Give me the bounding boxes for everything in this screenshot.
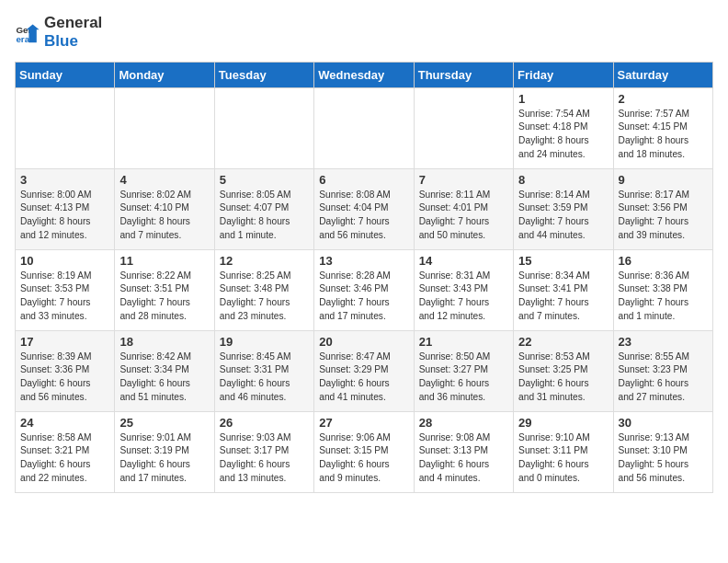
day-number: 11 <box>119 254 209 268</box>
day-info: Sunrise: 8:45 AM Sunset: 3:31 PM Dayligh… <box>220 350 309 405</box>
calendar-day-cell: 9Sunrise: 8:17 AM Sunset: 3:56 PM Daylig… <box>613 168 712 249</box>
calendar-header-row: SundayMondayTuesdayWednesdayThursdayFrid… <box>16 62 713 87</box>
day-number: 9 <box>619 173 708 187</box>
day-number: 21 <box>419 335 508 349</box>
calendar-day-cell: 24Sunrise: 8:58 AM Sunset: 3:21 PM Dayli… <box>16 411 115 492</box>
day-info: Sunrise: 8:08 AM Sunset: 4:04 PM Dayligh… <box>319 189 408 243</box>
day-info: Sunrise: 8:50 AM Sunset: 3:27 PM Dayligh… <box>419 350 508 405</box>
day-info: Sunrise: 9:13 AM Sunset: 3:10 PM Dayligh… <box>619 431 708 486</box>
calendar-day-cell: 25Sunrise: 9:01 AM Sunset: 3:19 PM Dayli… <box>115 411 214 492</box>
day-info: Sunrise: 8:28 AM Sunset: 3:46 PM Dayligh… <box>319 270 408 324</box>
calendar-day-cell: 13Sunrise: 8:28 AM Sunset: 3:46 PM Dayli… <box>314 249 414 330</box>
day-info: Sunrise: 8:34 AM Sunset: 3:41 PM Dayligh… <box>518 270 608 324</box>
calendar-day-cell: 6Sunrise: 8:08 AM Sunset: 4:04 PM Daylig… <box>314 168 414 249</box>
header: Gen eral General Blue <box>15 15 713 51</box>
day-number: 7 <box>419 173 508 187</box>
calendar-day-cell: 29Sunrise: 9:10 AM Sunset: 3:11 PM Dayli… <box>514 411 613 492</box>
calendar-day-cell: 7Sunrise: 8:11 AM Sunset: 4:01 PM Daylig… <box>414 168 513 249</box>
calendar-day-cell: 10Sunrise: 8:19 AM Sunset: 3:53 PM Dayli… <box>16 249 115 330</box>
day-number: 18 <box>119 335 209 349</box>
day-info: Sunrise: 9:03 AM Sunset: 3:17 PM Dayligh… <box>220 431 309 486</box>
calendar-day-cell: 1Sunrise: 7:54 AM Sunset: 4:18 PM Daylig… <box>514 87 613 168</box>
day-number: 15 <box>518 254 608 268</box>
day-info: Sunrise: 9:06 AM Sunset: 3:15 PM Dayligh… <box>319 431 408 486</box>
day-info: Sunrise: 8:02 AM Sunset: 4:10 PM Dayligh… <box>119 189 209 243</box>
calendar-day-header: Tuesday <box>214 62 313 87</box>
day-info: Sunrise: 8:42 AM Sunset: 3:34 PM Dayligh… <box>119 350 209 405</box>
calendar-body: 1Sunrise: 7:54 AM Sunset: 4:18 PM Daylig… <box>16 87 713 492</box>
day-number: 14 <box>419 254 508 268</box>
calendar-day-cell <box>214 87 313 168</box>
calendar-day-cell: 23Sunrise: 8:55 AM Sunset: 3:23 PM Dayli… <box>613 330 712 411</box>
day-number: 22 <box>518 335 608 349</box>
logo-blue: Blue <box>44 32 78 50</box>
day-info: Sunrise: 8:00 AM Sunset: 4:13 PM Dayligh… <box>20 189 109 243</box>
day-number: 13 <box>319 254 408 268</box>
logo-icon: Gen eral <box>15 19 40 45</box>
day-info: Sunrise: 8:11 AM Sunset: 4:01 PM Dayligh… <box>419 189 508 243</box>
day-number: 29 <box>518 416 608 430</box>
day-info: Sunrise: 7:54 AM Sunset: 4:18 PM Dayligh… <box>518 108 608 162</box>
calendar-day-cell: 3Sunrise: 8:00 AM Sunset: 4:13 PM Daylig… <box>16 168 115 249</box>
calendar-day-header: Saturday <box>613 62 712 87</box>
calendar-day-cell: 8Sunrise: 8:14 AM Sunset: 3:59 PM Daylig… <box>514 168 613 249</box>
day-number: 23 <box>619 335 708 349</box>
day-number: 16 <box>619 254 708 268</box>
calendar-day-cell: 28Sunrise: 9:08 AM Sunset: 3:13 PM Dayli… <box>414 411 513 492</box>
calendar-week-row: 10Sunrise: 8:19 AM Sunset: 3:53 PM Dayli… <box>16 249 713 330</box>
calendar-day-cell: 5Sunrise: 8:05 AM Sunset: 4:07 PM Daylig… <box>214 168 313 249</box>
day-info: Sunrise: 9:08 AM Sunset: 3:13 PM Dayligh… <box>419 431 508 486</box>
day-info: Sunrise: 8:31 AM Sunset: 3:43 PM Dayligh… <box>419 270 508 324</box>
calendar-week-row: 1Sunrise: 7:54 AM Sunset: 4:18 PM Daylig… <box>16 87 713 168</box>
calendar-day-cell: 18Sunrise: 8:42 AM Sunset: 3:34 PM Dayli… <box>115 330 214 411</box>
day-info: Sunrise: 9:10 AM Sunset: 3:11 PM Dayligh… <box>518 431 608 486</box>
day-info: Sunrise: 8:17 AM Sunset: 3:56 PM Dayligh… <box>619 189 708 243</box>
day-number: 26 <box>220 416 309 430</box>
day-info: Sunrise: 8:25 AM Sunset: 3:48 PM Dayligh… <box>220 270 309 324</box>
day-info: Sunrise: 8:19 AM Sunset: 3:53 PM Dayligh… <box>20 270 109 324</box>
calendar-day-cell: 15Sunrise: 8:34 AM Sunset: 3:41 PM Dayli… <box>514 249 613 330</box>
day-info: Sunrise: 8:47 AM Sunset: 3:29 PM Dayligh… <box>319 350 408 405</box>
day-number: 5 <box>220 173 309 187</box>
calendar-table: SundayMondayTuesdayWednesdayThursdayFrid… <box>15 62 713 493</box>
calendar-day-cell: 20Sunrise: 8:47 AM Sunset: 3:29 PM Dayli… <box>314 330 414 411</box>
calendar-day-cell: 21Sunrise: 8:50 AM Sunset: 3:27 PM Dayli… <box>414 330 513 411</box>
day-number: 25 <box>119 416 209 430</box>
day-number: 17 <box>20 335 109 349</box>
calendar-day-header: Monday <box>115 62 214 87</box>
day-info: Sunrise: 8:36 AM Sunset: 3:38 PM Dayligh… <box>619 270 708 324</box>
calendar-day-cell: 17Sunrise: 8:39 AM Sunset: 3:36 PM Dayli… <box>16 330 115 411</box>
calendar-day-cell: 4Sunrise: 8:02 AM Sunset: 4:10 PM Daylig… <box>115 168 214 249</box>
calendar-day-cell: 22Sunrise: 8:53 AM Sunset: 3:25 PM Dayli… <box>514 330 613 411</box>
day-info: Sunrise: 8:39 AM Sunset: 3:36 PM Dayligh… <box>20 350 109 405</box>
logo: Gen eral General Blue <box>15 15 102 51</box>
day-number: 30 <box>619 416 708 430</box>
calendar-day-cell: 12Sunrise: 8:25 AM Sunset: 3:48 PM Dayli… <box>214 249 313 330</box>
day-info: Sunrise: 7:57 AM Sunset: 4:15 PM Dayligh… <box>619 108 708 162</box>
calendar-day-cell: 26Sunrise: 9:03 AM Sunset: 3:17 PM Dayli… <box>214 411 313 492</box>
day-number: 4 <box>119 173 209 187</box>
day-number: 24 <box>20 416 109 430</box>
calendar-day-header: Thursday <box>414 62 513 87</box>
day-info: Sunrise: 8:55 AM Sunset: 3:23 PM Dayligh… <box>619 350 708 405</box>
calendar-week-row: 17Sunrise: 8:39 AM Sunset: 3:36 PM Dayli… <box>16 330 713 411</box>
day-number: 6 <box>319 173 408 187</box>
calendar-day-cell: 30Sunrise: 9:13 AM Sunset: 3:10 PM Dayli… <box>613 411 712 492</box>
day-number: 8 <box>518 173 608 187</box>
day-number: 19 <box>220 335 309 349</box>
day-info: Sunrise: 8:22 AM Sunset: 3:51 PM Dayligh… <box>119 270 209 324</box>
calendar-day-cell <box>16 87 115 168</box>
day-info: Sunrise: 8:53 AM Sunset: 3:25 PM Dayligh… <box>518 350 608 405</box>
calendar-day-header: Friday <box>514 62 613 87</box>
day-number: 27 <box>319 416 408 430</box>
calendar-day-cell <box>314 87 414 168</box>
calendar-day-cell: 2Sunrise: 7:57 AM Sunset: 4:15 PM Daylig… <box>613 87 712 168</box>
day-number: 2 <box>619 92 708 106</box>
day-number: 28 <box>419 416 508 430</box>
day-number: 1 <box>518 92 608 106</box>
day-info: Sunrise: 9:01 AM Sunset: 3:19 PM Dayligh… <box>119 431 209 486</box>
day-number: 20 <box>319 335 408 349</box>
calendar-day-header: Sunday <box>16 62 115 87</box>
calendar-week-row: 3Sunrise: 8:00 AM Sunset: 4:13 PM Daylig… <box>16 168 713 249</box>
calendar-day-header: Wednesday <box>314 62 414 87</box>
